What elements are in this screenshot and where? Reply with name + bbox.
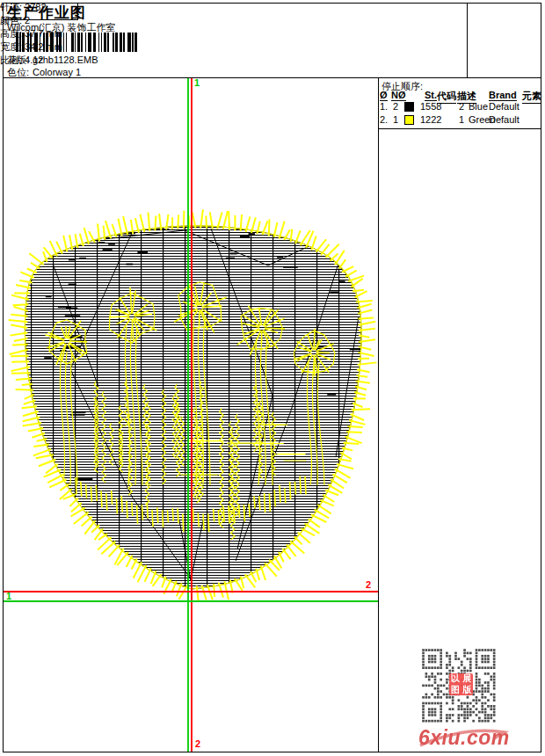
colorway-label: 色位: <box>7 67 29 77</box>
info-panel-divider <box>467 4 468 78</box>
stop-table-bottom-border <box>378 128 541 129</box>
start-point-label-top: 1 <box>194 78 200 88</box>
thread-color-swatch <box>404 115 414 125</box>
colorway-value: Colorway 1 <box>33 67 81 77</box>
header-bottom-border <box>4 77 541 78</box>
info-row-scale: 比例:4.12 <box>0 54 43 67</box>
info-row-height: 高度:37.7 mm <box>0 27 62 40</box>
watermark-seal: 以 展 图 版 <box>449 673 473 695</box>
production-worksheet-page: 生产作业图 Wilcom(汇京) 装饰工作室 花版:gzhb1128.EMB 色… <box>0 0 545 756</box>
end-point-label-bottom: 2 <box>195 739 200 749</box>
col-header-number: Ø <box>380 90 388 101</box>
col-header-stitches: St. <box>425 90 437 101</box>
col-header-needle: NØ <box>391 90 406 101</box>
end-point-label-right: 2 <box>366 580 371 590</box>
start-point-label-left: 1 <box>6 592 11 601</box>
thread-color-swatch <box>404 102 414 112</box>
design-panel-divider <box>378 78 379 752</box>
col-header-brand: Brand <box>489 90 517 101</box>
title-box-divider <box>77 4 78 20</box>
info-row-colors: 颜色:2 <box>0 14 30 27</box>
site-logo: 6xiu.com <box>418 726 510 750</box>
info-row-stitches: 针迹:2782 <box>0 1 47 14</box>
info-row-width: 宽度:34.2 mm <box>0 40 62 54</box>
col-header-element: 元素 <box>522 90 541 104</box>
